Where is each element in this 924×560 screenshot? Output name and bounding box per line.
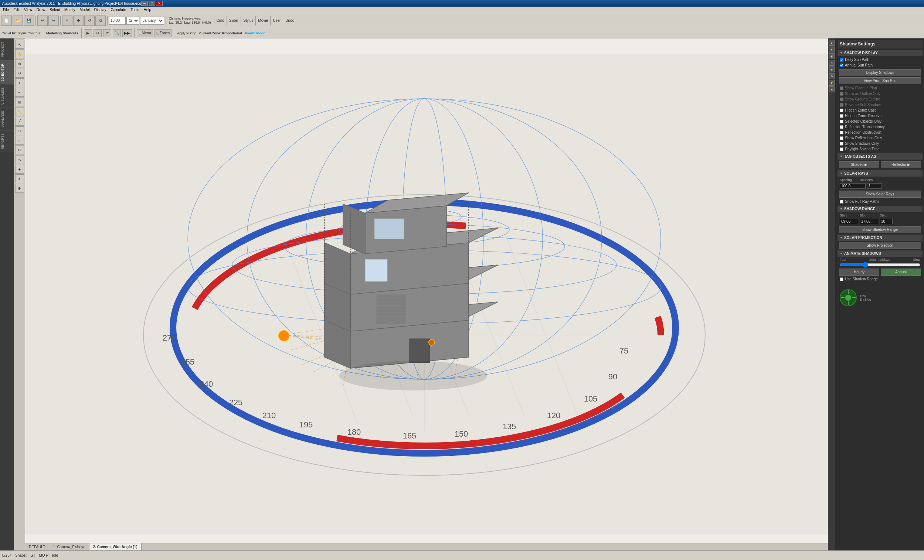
stop-input[interactable] <box>860 219 878 224</box>
menu-edit[interactable]: Edit <box>11 7 22 12</box>
bounces-input[interactable] <box>867 183 882 189</box>
spacing-input[interactable] <box>840 183 866 189</box>
annual-sun-path-checkbox[interactable] <box>840 64 843 67</box>
tool-rotate[interactable]: ↺ <box>84 15 94 26</box>
ri-btn-7[interactable]: ⚡ <box>829 80 834 86</box>
daily-sun-path-checkbox[interactable] <box>840 58 843 62</box>
shaded-btn[interactable]: Shaded ▶ <box>839 161 879 168</box>
tool-copy[interactable]: ⧉ <box>95 15 106 26</box>
close-button[interactable]: ✕ <box>156 1 163 6</box>
display-shadows-btn[interactable]: Display Shadows <box>839 69 921 76</box>
animation-speed-slider[interactable] <box>840 264 920 267</box>
tool-draw-rect[interactable]: □ <box>15 126 24 135</box>
tab-camera-wideangle[interactable]: 2. Camera_WideAngle [1] <box>90 544 141 550</box>
nav-btn-4[interactable]: 🔍 <box>113 29 121 37</box>
tool-zoom[interactable]: ⊕ <box>15 59 24 68</box>
tool-select[interactable]: ↖ <box>62 15 72 26</box>
show-shadow-range-btn[interactable]: Show Shadow Range <box>839 226 921 233</box>
ri-btn-2[interactable]: ● <box>829 46 834 52</box>
annual-btn[interactable]: Annual <box>881 268 921 276</box>
daylight-saving-checkbox[interactable] <box>840 147 843 151</box>
menu-model[interactable]: Model <box>77 7 92 12</box>
show-floor-checkbox[interactable] <box>840 87 843 90</box>
ri-btn-1[interactable]: ▲ <box>829 40 834 46</box>
reflector-btn[interactable]: Reflector ▶ <box>881 161 921 168</box>
tool-move[interactable]: ✥ <box>73 15 84 26</box>
nav-btn-2[interactable]: ↺ <box>93 29 102 37</box>
show-reflections-checkbox[interactable] <box>840 136 843 140</box>
show-outline-checkbox[interactable] <box>840 92 843 96</box>
nav-btn-1[interactable]: ▶ <box>84 29 92 37</box>
menu-file[interactable]: File <box>1 7 11 12</box>
date-select[interactable]: 1st <box>126 16 140 25</box>
reverse-shadow-checkbox[interactable] <box>840 103 843 107</box>
tool-draw-line[interactable]: ╱ <box>15 117 24 126</box>
step-input[interactable] <box>880 219 892 224</box>
hidden-zone-receive-checkbox[interactable] <box>840 114 843 118</box>
tool-rotate-tool[interactable]: ⟳ <box>15 145 24 154</box>
tool-save[interactable]: 💾 <box>24 15 34 26</box>
menu-help[interactable]: Help <box>141 7 154 12</box>
tool-redo[interactable]: ↪ <box>48 15 59 26</box>
show-full-ray-checkbox[interactable] <box>840 200 843 204</box>
svg-rect-55 <box>365 259 387 281</box>
reflection-trans-checkbox[interactable] <box>840 125 843 129</box>
solar-rays-inputs <box>837 183 922 190</box>
tab-analysis[interactable]: ANALYSIS <box>0 108 14 130</box>
ri-btn-6[interactable]: ⊕ <box>829 73 834 79</box>
tab-project[interactable]: PROJECT <box>0 38 14 60</box>
tool-sun[interactable]: ☀ <box>15 174 24 183</box>
left-sidebar: PROJECT 3D EDITOR VISUALISE ANALYSIS REP… <box>0 38 14 550</box>
tab-camera-fisheye[interactable]: 1. Camera_Fisheye <box>49 544 89 550</box>
tab-visualise[interactable]: VISUALISE <box>0 84 14 108</box>
tool-zoom-in[interactable]: + <box>15 78 24 87</box>
hourly-btn[interactable]: Hourly <box>839 268 879 276</box>
ri-btn-4[interactable]: ☀ <box>829 60 834 66</box>
menu-calculate[interactable]: Calculate <box>109 7 129 12</box>
menu-modify[interactable]: Modify <box>62 7 77 12</box>
hidden-zone-cast-checkbox[interactable] <box>840 109 843 112</box>
start-input[interactable] <box>840 219 858 224</box>
tool-orbit[interactable]: ↺ <box>15 69 24 78</box>
show-shadows-checkbox[interactable] <box>840 142 843 145</box>
zones-btn[interactable]: ⬡ Zones <box>154 29 172 37</box>
tool-pointer[interactable]: ↖ <box>15 40 24 49</box>
time-input[interactable] <box>109 16 126 25</box>
tab-default[interactable]: DEFAULT <box>25 544 49 550</box>
tool-object[interactable]: ◈ <box>15 165 24 174</box>
use-shadow-range-checkbox[interactable] <box>840 277 843 281</box>
show-solar-rays-btn[interactable]: Show Solar Rays <box>839 191 921 198</box>
view-from-sun-btn[interactable]: View From Sun Pos <box>839 77 921 84</box>
ri-btn-5[interactable]: ◈ <box>829 66 834 72</box>
show-projection-btn[interactable]: Show Projection <box>839 242 921 249</box>
ri-btn-8[interactable]: ★ <box>829 87 834 92</box>
tool-settings[interactable]: ⚙ <box>15 184 24 193</box>
reflection-obs-checkbox[interactable] <box>840 131 843 135</box>
tool-fit[interactable]: ⊞ <box>15 97 24 106</box>
tool-zoom-out[interactable]: − <box>15 88 24 97</box>
maximize-button[interactable]: □ <box>148 1 155 6</box>
nav-btn-5[interactable]: ▶▶ <box>122 29 132 37</box>
menu-btn[interactable]: ☰ Menu <box>137 29 153 37</box>
selected-objects-checkbox[interactable] <box>840 120 843 123</box>
tool-measure[interactable]: 📐 <box>15 107 24 116</box>
month-select[interactable]: January February March April May June Ju… <box>140 16 164 25</box>
tool-scale[interactable]: ⤡ <box>15 155 24 164</box>
show-ground-checkbox[interactable] <box>840 97 843 101</box>
minimize-button[interactable]: ─ <box>141 1 148 6</box>
menu-tools[interactable]: Tools <box>128 7 141 12</box>
tool-draw-circle[interactable]: ○ <box>15 136 24 145</box>
menu-draw[interactable]: Draw <box>34 7 47 12</box>
menu-select[interactable]: Select <box>47 7 62 12</box>
nav-btn-3[interactable]: ⟳ <box>103 29 111 37</box>
tool-pan[interactable]: ✋ <box>15 49 24 58</box>
ri-btn-3[interactable]: ◉ <box>829 53 834 59</box>
tool-open[interactable]: 📂 <box>13 15 23 26</box>
tool-new[interactable]: 📄 <box>2 15 12 26</box>
tab-3d-editor[interactable]: 3D EDITOR <box>0 60 14 84</box>
menu-display[interactable]: Display <box>92 7 109 12</box>
tool-undo[interactable]: ↩ <box>38 15 48 26</box>
tab-reports[interactable]: REPORTS <box>0 130 14 152</box>
menu-view[interactable]: View <box>22 7 34 12</box>
svg-text:150: 150 <box>454 429 468 439</box>
